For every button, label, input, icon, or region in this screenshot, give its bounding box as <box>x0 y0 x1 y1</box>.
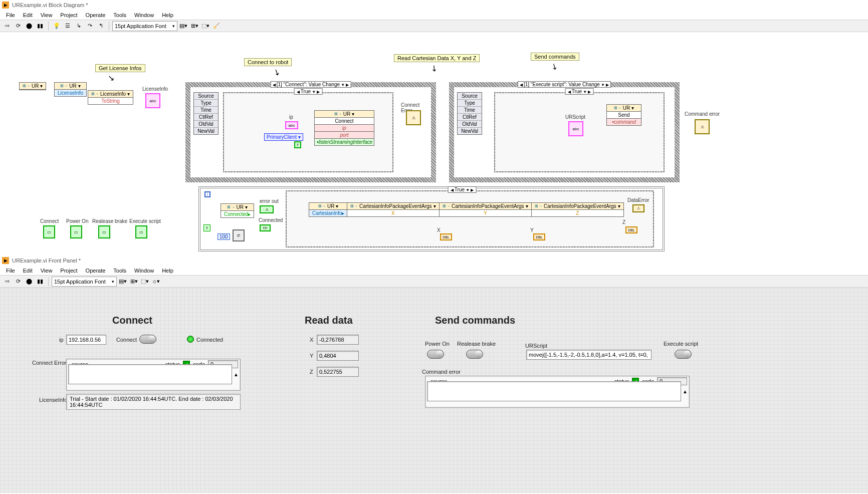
fp-menu-project[interactable]: Project <box>56 267 81 275</box>
dataerror-indicator[interactable]: ⚠ <box>632 204 644 212</box>
fp-reorder-button[interactable]: ☼▾ <box>151 277 161 287</box>
connect-invoke-node[interactable]: ⊞→UR▾ Connect ip port •listenStreamingIn… <box>314 110 374 146</box>
urscript-control-terminal[interactable]: abc <box>568 121 583 136</box>
execute-btn-terminal[interactable]: ▭ <box>135 225 147 238</box>
fp-align-button[interactable]: ▤▾ <box>118 277 128 287</box>
distribute-button[interactable]: ⊞▾ <box>189 21 199 31</box>
menu-help[interactable]: Help <box>158 11 177 19</box>
fp-run-continuous-button[interactable]: ⟳ <box>13 277 23 287</box>
stop-constant[interactable]: T <box>203 224 210 231</box>
release-brake-button[interactable] <box>466 350 483 359</box>
align-button[interactable]: ▤▾ <box>178 21 188 31</box>
ur-constructor-node[interactable]: ⊞→UR▾ <box>19 82 46 90</box>
fp-font-selector[interactable]: 15pt Application Font <box>52 277 117 287</box>
run-continuous-button[interactable]: ⟳ <box>13 21 23 31</box>
menu-operate[interactable]: Operate <box>82 11 110 19</box>
command-error-indicator[interactable]: ⚠ <box>695 119 710 134</box>
fp-menu-view[interactable]: View <box>37 267 57 275</box>
fp-menu-file[interactable]: File <box>2 267 19 275</box>
fp-pause-button[interactable]: ▮▮ <box>35 277 45 287</box>
connect-error-label: Connect Error <box>32 360 66 366</box>
abort-button[interactable]: ⬤ <box>24 21 34 31</box>
case-selector-true[interactable]: True <box>294 88 323 95</box>
true-constant[interactable]: T <box>294 141 301 148</box>
ur-connected-property[interactable]: ⊞→UR▾ Connected▸ <box>221 203 254 218</box>
event-selector-execute[interactable]: [1] "Execute script": Value Change <box>518 81 611 88</box>
read-cartesian-label: Read Cartesian Data X, Y and Z <box>394 54 480 62</box>
loop-iteration-terminal[interactable]: i <box>204 191 210 197</box>
fp-menu-edit[interactable]: Edit <box>19 267 37 275</box>
case-structure-read[interactable]: True ⊞→UR▾ CartesianInfo▸ ⊞→CartesianInf… <box>286 190 654 248</box>
execute-script-button[interactable] <box>675 350 692 359</box>
highlight-exec-button[interactable]: 💡 <box>52 21 62 31</box>
fp-abort-button[interactable]: ⬤ <box>24 277 34 287</box>
x-indicator[interactable]: DBL <box>440 233 452 240</box>
wait-ms-function[interactable]: ⏱ <box>233 229 245 241</box>
menu-file[interactable]: File <box>2 11 19 19</box>
fp-distribute-button[interactable]: ⊞▾ <box>129 277 139 287</box>
block-diagram-canvas[interactable]: Get License Infos Connect to robot Read … <box>0 32 868 256</box>
menu-tools[interactable]: Tools <box>109 11 130 19</box>
step-out-button[interactable]: ↰ <box>96 21 106 31</box>
pause-button[interactable]: ▮▮ <box>35 21 45 31</box>
cart-event-args-x[interactable]: ⊞→CartesianInfoPackageEventArgs▾ X <box>347 202 440 217</box>
menu-window[interactable]: Window <box>130 11 158 19</box>
ur-cartesian-property[interactable]: ⊞→UR▾ CartesianInfo▸ <box>309 202 348 217</box>
z-indicator[interactable]: DBL <box>625 226 637 233</box>
y-indicator[interactable]: DBL <box>533 233 545 240</box>
case-selector-execute-true[interactable]: True <box>565 88 594 95</box>
fp-run-button[interactable]: ⇨ <box>2 277 12 287</box>
fp-menu-operate[interactable]: Operate <box>82 267 110 275</box>
cmd-scroll-up-icon[interactable]: ▲ <box>683 389 688 394</box>
connect-error-cluster[interactable]: source status ✓ code 0 ▲ <box>66 359 241 391</box>
font-selector[interactable]: 15pt Application Font <box>112 21 177 31</box>
poweron-btn-terminal[interactable]: ▭ <box>70 225 82 238</box>
connect-error-indicator[interactable]: ⚠ <box>406 110 421 125</box>
cart-event-args-z[interactable]: ⊞→CartesianInfoPackageEventArgs▾ Z <box>531 202 624 217</box>
menu-project[interactable]: Project <box>56 11 81 19</box>
event-structure-connect[interactable]: [1] "Connect": Value Change Source Type … <box>185 82 436 182</box>
connect-btn-terminal[interactable]: ▭ <box>43 225 55 238</box>
step-over-button[interactable]: ↷ <box>85 21 95 31</box>
front-panel-canvas[interactable]: Connect ip Connect Connected Connect Err… <box>0 288 868 493</box>
fp-menu-help[interactable]: Help <box>158 267 177 275</box>
error-out-terminal[interactable]: ⚠ <box>260 205 274 213</box>
case-sel-read[interactable]: True <box>448 186 477 193</box>
connected-indicator-bd[interactable]: TF <box>260 224 271 231</box>
cart-event-args-y[interactable]: ⊞→CartesianInfoPackageEventArgs▾ Y <box>439 202 532 217</box>
connect-button[interactable] <box>139 335 156 344</box>
step-into-button[interactable]: ↳ <box>74 21 84 31</box>
urscript-input[interactable] <box>526 350 652 360</box>
release-btn-terminal[interactable]: ▭ <box>98 225 110 238</box>
event-selector-connect[interactable]: [1] "Connect": Value Change <box>271 81 351 88</box>
case-structure-execute[interactable]: True URScript abc ⊞→UR▾ Send •command <box>494 92 665 172</box>
retain-wire-button[interactable]: ☰ <box>63 21 73 31</box>
ip-control-terminal[interactable]: abc <box>285 121 298 129</box>
licenseinfo-tostring-node[interactable]: ⊞→LicenseInfo▾ ToString <box>88 90 133 105</box>
event-data-execute[interactable]: Source Type Time CtlRef OldVal NewVal <box>457 92 482 135</box>
y-label: Y <box>310 353 313 359</box>
case-structure-connect[interactable]: True ip abc PrimaryClient ▾ T ⊞→UR▾ Conn… <box>223 92 393 172</box>
fp-menu-tools[interactable]: Tools <box>109 267 130 275</box>
ip-input[interactable] <box>66 335 106 345</box>
wait-ms-constant[interactable]: 100 <box>218 233 230 240</box>
command-error-cluster[interactable]: source status ✓ code 0 ▲ <box>425 376 690 408</box>
primary-client-ring[interactable]: PrimaryClient ▾ <box>264 133 303 141</box>
ur-licenseinfo-property[interactable]: ⊞→UR▾ LicenseInfo <box>54 82 87 97</box>
cleanup-button[interactable]: 🧹 <box>211 21 222 31</box>
while-loop[interactable]: i ⊞→UR▾ Connected▸ error out ⚠ Connected… <box>198 186 665 252</box>
fp-menu-window[interactable]: Window <box>130 267 158 275</box>
menu-edit[interactable]: Edit <box>19 11 37 19</box>
err-source-box[interactable] <box>68 364 232 384</box>
run-button[interactable]: ⇨ <box>2 21 12 31</box>
fp-resize-button[interactable]: ⬚▾ <box>140 277 150 287</box>
reorder-button[interactable]: ⬚▾ <box>200 21 210 31</box>
cmd-err-source-box[interactable] <box>427 381 681 401</box>
event-structure-execute[interactable]: [1] "Execute script": Value Change Sourc… <box>449 82 680 182</box>
poweron-button[interactable] <box>427 350 444 359</box>
menu-view[interactable]: View <box>37 11 57 19</box>
licenseinfo-indicator[interactable]: abc <box>145 93 160 108</box>
send-invoke-node[interactable]: ⊞→UR▾ Send •command <box>606 104 641 126</box>
scroll-up-icon[interactable]: ▲ <box>234 372 239 377</box>
event-data-connect[interactable]: Source Type Time CtlRef OldVal NewVal <box>193 92 219 135</box>
